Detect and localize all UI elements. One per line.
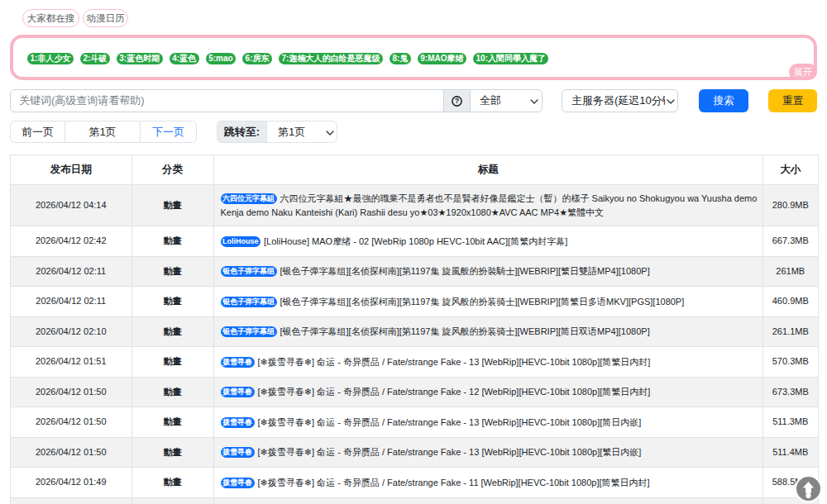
svg-text:?: ? [455,97,459,105]
